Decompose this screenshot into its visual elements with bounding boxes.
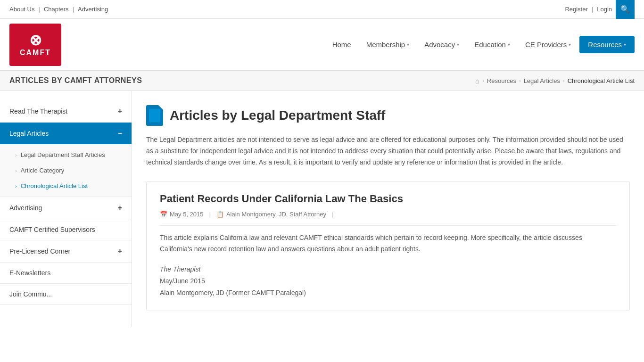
nav-home[interactable]: Home [326,37,358,52]
sidebar-pre-licensed-header[interactable]: Pre-Licensed Corner + [0,240,132,262]
ce-caret: ▾ [569,42,571,47]
chevron-icon-legal-dept: › [15,152,17,158]
breadcrumb-resources[interactable]: Resources [487,77,516,84]
top-about-link[interactable]: About Us [9,6,34,13]
content-area: Read The Therapist + Legal Articles − › … [0,91,644,327]
nav-resources[interactable]: Resources ▾ [579,36,635,53]
logo[interactable]: ⊗ CAMFT [9,24,61,66]
sidebar-e-newsletters-header[interactable]: E-Newsletters [0,263,132,283]
article-description: The Legal Department articles are not in… [146,134,630,168]
sidebar-item-legal-articles: Legal Articles − › Legal Department Staf… [0,123,132,197]
article-card-meta: 📅 May 5, 2015 | 📋 Alain Montgomery, JD, … [160,211,616,218]
sidebar-sub-article-category[interactable]: › Article Category [0,163,132,178]
register-link[interactable]: Register [565,6,587,13]
top-bar: About Us | Chapters | Advertising Regist… [0,0,644,19]
sep1: | [38,6,40,13]
sidebar-camft-certified-header[interactable]: CAMFT Certified Supervisors [0,219,132,240]
sidebar-item-pre-licensed: Pre-Licensed Corner + [0,240,132,263]
article-divider [160,225,616,226]
top-bar-links: About Us | Chapters | Advertising [9,6,108,13]
article-excerpt: This article explains California law and… [160,232,616,255]
sidebar-read-therapist-label: Read The Therapist [9,107,67,115]
main-header: ⊗ CAMFT Home Membership ▾ Advocacy ▾ Edu… [0,19,644,71]
sidebar-sub-chronological-label: Chronological Article List [21,182,88,189]
sidebar-sub-legal-dept-label: Legal Department Staff Articles [21,151,105,158]
sidebar-join-community-label: Join Commu... [9,290,52,298]
sidebar-item-camft-certified: CAMFT Certified Supervisors [0,219,132,240]
logo-symbol: ⊗ [29,33,42,48]
sidebar-read-therapist-header[interactable]: Read The Therapist + [0,100,132,122]
article-author: Alain Montgomery, JD, Staff Attorney [226,211,326,218]
article-date-meta: 📅 May 5, 2015 [160,211,204,218]
article-date: May 5, 2015 [170,211,204,218]
logo-box: ⊗ CAMFT [9,24,61,66]
sidebar-e-newsletters-label: E-Newsletters [9,269,50,277]
breadcrumb-legal-articles[interactable]: Legal Articles [524,77,560,84]
article-icon-inner [149,109,160,122]
calendar-icon: 📅 [160,211,167,218]
user-icon: 📋 [216,211,224,218]
article-source-author: Alain Montgomery, JD (Former CAMFT Paral… [160,287,616,299]
sidebar-legal-articles-label: Legal Articles [9,130,49,137]
sidebar-pre-licensed-icon: + [118,247,122,255]
resources-caret: ▾ [624,42,626,47]
sidebar-advertising-label: Advertising [9,204,42,212]
sidebar-advertising-header[interactable]: Advertising + [0,197,132,219]
article-card: Patient Records Under California Law The… [146,181,630,311]
top-bar-auth: Register | Login 🔍 [565,0,635,19]
sidebar-legal-articles-icon: − [118,129,122,138]
sidebar-sub-article-category-label: Article Category [21,167,64,174]
sidebar: Read The Therapist + Legal Articles − › … [0,91,132,327]
top-chapters-link[interactable]: Chapters [44,6,69,13]
nav-ce-providers[interactable]: CE Providers ▾ [519,37,578,52]
chevron-icon-chronological: › [15,183,17,189]
auth-sep: | [592,6,593,13]
page-title-bar: ARTICLES BY CAMFT ATTORNEYS ⌂ › Resource… [0,71,644,91]
sidebar-advertising-icon: + [118,204,122,212]
breadcrumb-sep2: › [519,78,521,83]
nav-advocacy[interactable]: Advocacy ▾ [418,37,466,52]
sidebar-sub-chronological[interactable]: › Chronological Article List [0,178,132,194]
meta-sep2: | [332,211,333,218]
login-link[interactable]: Login [597,6,612,13]
article-source: The Therapist May/June 2015 Alain Montgo… [160,263,616,299]
sidebar-item-read-therapist: Read The Therapist + [0,100,132,123]
article-header: Articles by Legal Department Staff [146,105,630,126]
breadcrumb-current: Chronological Article List [568,77,635,84]
article-source-date: May/June 2015 [160,275,616,287]
sidebar-legal-submenu: › Legal Department Staff Articles › Arti… [0,144,132,197]
sidebar-sub-legal-dept[interactable]: › Legal Department Staff Articles [0,147,132,163]
chevron-icon-article-category: › [15,168,17,173]
breadcrumb-sep3: › [563,78,565,83]
article-heading: Articles by Legal Department Staff [170,108,385,123]
meta-sep: | [209,211,211,218]
nav-membership[interactable]: Membership ▾ [360,37,416,52]
breadcrumb-home-icon[interactable]: ⌂ [475,77,479,85]
nav-education[interactable]: Education ▾ [468,37,517,52]
main-content: Articles by Legal Department Staff The L… [132,91,644,327]
sidebar-legal-articles-header[interactable]: Legal Articles − [0,123,132,144]
sidebar-item-advertising: Advertising + [0,197,132,219]
sidebar-read-therapist-icon: + [118,107,122,115]
search-button[interactable]: 🔍 [616,0,635,19]
sidebar-pre-licensed-label: Pre-Licensed Corner [9,247,70,255]
page-title: ARTICLES BY CAMFT ATTORNEYS [9,76,142,85]
advocacy-caret: ▾ [457,42,459,47]
article-source-title: The Therapist [160,263,616,275]
top-advertising-link[interactable]: Advertising [78,6,108,13]
sidebar-item-e-newsletters: E-Newsletters [0,263,132,284]
main-nav: Home Membership ▾ Advocacy ▾ Education ▾… [326,36,635,53]
membership-caret: ▾ [407,42,409,47]
sidebar-join-community-header[interactable]: Join Commu... [0,284,132,304]
breadcrumb-sep1: › [482,78,484,83]
article-card-title: Patient Records Under California Law The… [160,193,616,205]
sidebar-item-join-community: Join Commu... [0,284,132,305]
breadcrumb: ⌂ › Resources › Legal Articles › Chronol… [475,77,635,85]
education-caret: ▾ [508,42,510,47]
logo-text: CAMFT [20,49,51,57]
sidebar-camft-certified-label: CAMFT Certified Supervisors [9,226,95,233]
sep2: | [73,6,74,13]
article-icon [146,105,163,126]
article-author-meta: 📋 Alain Montgomery, JD, Staff Attorney [216,211,326,218]
